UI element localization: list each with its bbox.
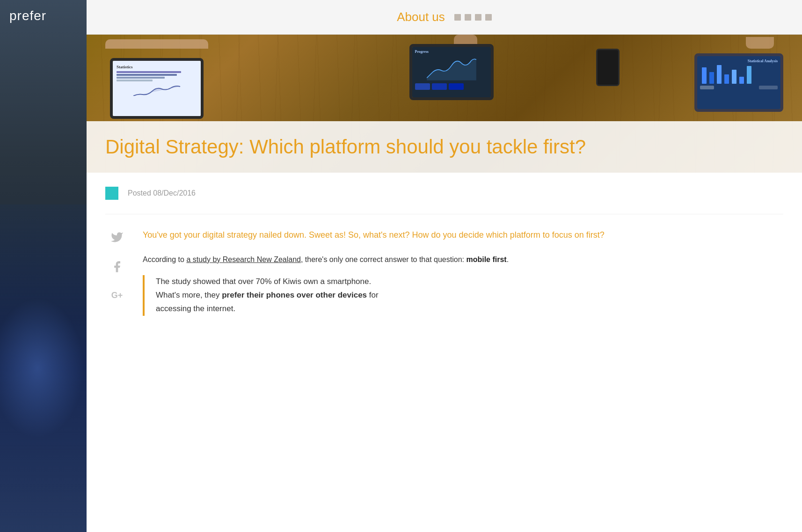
tablet-left-title: Statistics bbox=[117, 65, 197, 69]
article-tag bbox=[105, 187, 118, 200]
hero-image: Statistics bbox=[87, 35, 802, 173]
header-dots bbox=[454, 14, 492, 21]
twitter-icon[interactable] bbox=[105, 231, 129, 247]
main-content: About us Statistics bbox=[87, 0, 802, 532]
nav-dot-4[interactable] bbox=[485, 14, 492, 21]
tablet-center: Progress bbox=[409, 44, 494, 100]
blockquote-text: The study showed that over 70% of Kiwis … bbox=[156, 275, 783, 316]
blockquote-line2-prefix: What's more, they bbox=[156, 291, 222, 299]
phone-device bbox=[596, 49, 620, 86]
nav-dot-3[interactable] bbox=[475, 14, 481, 21]
sidebar: prefer bbox=[0, 0, 87, 532]
sidebar-glow bbox=[0, 298, 84, 438]
article-paragraph-1: According to a study by Research New Zea… bbox=[143, 253, 783, 266]
logo-area: prefer bbox=[0, 0, 87, 32]
nav-dot-1[interactable] bbox=[454, 14, 461, 21]
article-blockquote: The study showed that over 70% of Kiwis … bbox=[143, 275, 783, 316]
article-body: G+ You've got your digital strategy nail… bbox=[105, 214, 783, 325]
paragraph-end: . bbox=[507, 255, 509, 263]
social-icons: G+ bbox=[105, 228, 129, 325]
article-date: Posted 08/Dec/2016 bbox=[128, 189, 196, 197]
hero-overlay: Digital Strategy: Which platform should … bbox=[87, 121, 802, 173]
tablet-left: Statistics bbox=[110, 58, 204, 119]
article-meta: Posted 08/Dec/2016 bbox=[105, 173, 783, 214]
facebook-icon[interactable] bbox=[105, 260, 129, 277]
research-link[interactable]: a study by Research New Zealand bbox=[186, 255, 301, 263]
blockquote-bold: prefer their phones over other devices bbox=[222, 291, 367, 299]
tablet-right-title: Statistical Analysis bbox=[700, 59, 778, 63]
nav-dot-2[interactable] bbox=[465, 14, 471, 21]
svg-rect-0 bbox=[133, 96, 180, 98]
article: Posted 08/Dec/2016 G+ bbox=[87, 173, 802, 532]
article-text: You've got your digital strategy nailed … bbox=[143, 228, 783, 325]
paragraph-prefix: According to bbox=[143, 255, 186, 263]
tablet-right: Statistical Analysis bbox=[694, 53, 783, 112]
blockquote-line3: accessing the internet. bbox=[156, 304, 235, 313]
paragraph-bold: mobile first bbox=[466, 255, 506, 263]
header: About us bbox=[87, 0, 802, 35]
googleplus-icon[interactable]: G+ bbox=[105, 290, 129, 300]
hero-title: Digital Strategy: Which platform should … bbox=[105, 135, 783, 159]
tablets-display: Statistics bbox=[87, 35, 802, 110]
blockquote-line1: The study showed that over 70% of Kiwis … bbox=[156, 277, 371, 286]
blockquote-line2-suffix: for bbox=[367, 291, 379, 299]
paragraph-suffix: , there's only one correct answer to tha… bbox=[301, 255, 466, 263]
tablet-center-title: Progress bbox=[415, 50, 488, 54]
logo-text: prefer bbox=[9, 8, 46, 23]
article-intro: You've got your digital strategy nailed … bbox=[143, 228, 783, 242]
page-title: About us bbox=[397, 10, 445, 24]
